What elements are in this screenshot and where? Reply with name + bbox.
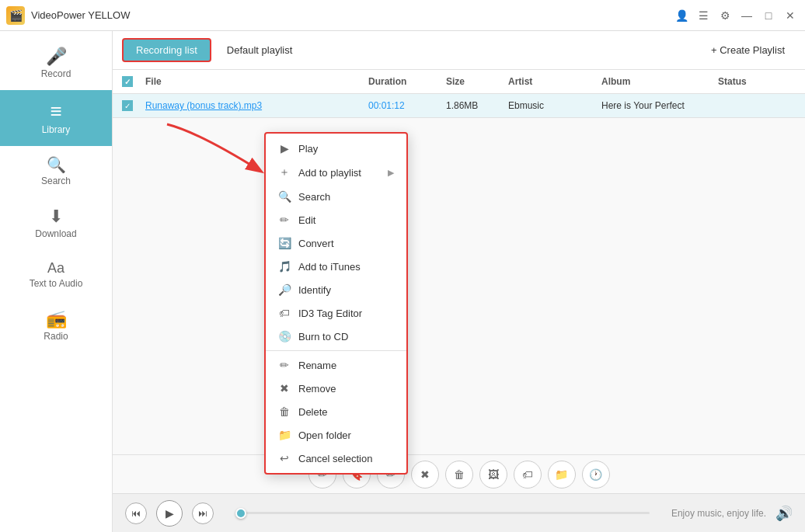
toolbar-label-button[interactable]: 🏷 xyxy=(514,461,542,489)
search-icon: 🔍 xyxy=(47,157,66,172)
tab-recording-list[interactable]: Recording list xyxy=(122,38,211,62)
burn-icon: 💿 xyxy=(278,330,291,342)
row-file-name[interactable]: Runaway (bonus track).mp3 xyxy=(145,100,368,111)
next-button[interactable]: ⏭ xyxy=(192,502,214,524)
player-bar: ⏮ ▶ ⏭ Enjoy music, enjoy life. 🔊 xyxy=(113,493,805,532)
add-icon: ＋ xyxy=(278,165,291,179)
row-artist: Ebmusic xyxy=(508,100,601,111)
sidebar-item-record[interactable]: 🎤 Record xyxy=(0,37,112,90)
menu-item-play[interactable]: ▶ Play xyxy=(266,137,406,160)
minimize-icon[interactable]: — xyxy=(738,7,755,24)
create-playlist-button[interactable]: + Create Playlist xyxy=(700,40,796,61)
record-icon: 🎤 xyxy=(46,48,67,65)
tab-default-playlist[interactable]: Default playlist xyxy=(214,40,305,61)
menu-separator xyxy=(266,350,406,351)
sidebar-item-download[interactable]: ⬇ Download xyxy=(0,197,112,250)
library-icon: ≡ xyxy=(50,101,61,121)
sidebar-label-record: Record xyxy=(41,68,71,79)
sidebar: 🎤 Record ≡ Library 🔍 Search ⬇ Download A… xyxy=(0,31,113,532)
sidebar-item-radio[interactable]: 📻 Radio xyxy=(0,300,112,353)
sidebar-label-text-to-audio: Text to Audio xyxy=(30,278,83,289)
context-menu: ▶ Play ＋ Add to playlist ▶ 🔍 Search ✏ Ed… xyxy=(264,132,408,475)
toolbar-clock-button[interactable]: 🕐 xyxy=(582,461,610,489)
toolbar-folder-button[interactable]: 📁 xyxy=(548,461,576,489)
header-checkbox-cell: ✓ xyxy=(122,76,145,87)
radio-icon: 📻 xyxy=(46,311,67,328)
tab-bar: Recording list Default playlist + Create… xyxy=(113,31,805,70)
row-duration: 00:01:12 xyxy=(368,100,446,111)
menu-item-remove[interactable]: ✖ Remove xyxy=(266,377,406,400)
menu-icon[interactable]: ☰ xyxy=(695,7,712,24)
row-checkbox[interactable]: ✓ xyxy=(122,100,133,111)
player-status-text: Enjoy music, enjoy life. xyxy=(671,508,766,519)
menu-item-rename[interactable]: ✏ Rename xyxy=(266,353,406,377)
header-duration: Duration xyxy=(368,76,446,87)
download-icon: ⬇ xyxy=(49,208,63,225)
close-icon[interactable]: ✕ xyxy=(782,7,799,24)
sidebar-item-library[interactable]: ≡ Library xyxy=(0,90,112,146)
id3-icon: 🏷 xyxy=(278,307,291,319)
maximize-icon[interactable]: □ xyxy=(760,7,777,24)
row-album: Here is Your Perfect xyxy=(601,100,718,111)
menu-item-identify[interactable]: 🔎 Identify xyxy=(266,278,406,301)
rename-icon: ✏ xyxy=(278,359,291,371)
play-button[interactable]: ▶ xyxy=(156,500,183,527)
identify-icon: 🔎 xyxy=(278,283,291,296)
itunes-icon: 🎵 xyxy=(278,260,291,273)
menu-item-add-to-playlist[interactable]: ＋ Add to playlist ▶ xyxy=(266,160,406,185)
remove-icon: ✖ xyxy=(278,382,291,395)
table-header: ✓ File Duration Size Artist Album Status xyxy=(113,70,805,94)
header-artist: Artist xyxy=(508,76,601,87)
row-checkbox-cell: ✓ xyxy=(122,100,145,111)
menu-item-cancel-selection[interactable]: ↩ Cancel selection xyxy=(266,447,406,470)
menu-item-search[interactable]: 🔍 Search xyxy=(266,185,406,208)
window-controls: 👤 ☰ ⚙ — □ ✕ xyxy=(673,7,799,24)
settings-icon[interactable]: ⚙ xyxy=(716,7,734,24)
menu-item-burn-to-cd[interactable]: 💿 Burn to CD xyxy=(266,325,406,348)
header-status: Status xyxy=(718,76,796,87)
convert-icon: 🔄 xyxy=(278,237,291,249)
sidebar-label-library: Library xyxy=(42,124,71,135)
delete-icon: 🗑 xyxy=(278,405,291,418)
progress-bar[interactable] xyxy=(235,512,650,514)
header-album: Album xyxy=(601,76,718,87)
toolbar-image-button[interactable]: 🖼 xyxy=(479,461,507,489)
select-all-checkbox[interactable]: ✓ xyxy=(122,76,133,87)
row-size: 1.86MB xyxy=(446,100,508,111)
sidebar-item-text-to-audio[interactable]: Aa Text to Audio xyxy=(0,250,112,300)
edit-icon: ✏ xyxy=(278,214,291,226)
toolbar-delete-button[interactable]: 🗑 xyxy=(445,461,473,489)
app-title: VideoPower YELLOW xyxy=(31,9,673,21)
sidebar-label-radio: Radio xyxy=(44,331,68,342)
play-icon: ▶ xyxy=(278,142,291,155)
menu-item-edit[interactable]: ✏ Edit xyxy=(266,208,406,231)
sidebar-item-search[interactable]: 🔍 Search xyxy=(0,146,112,197)
submenu-arrow-icon: ▶ xyxy=(388,168,394,178)
table-row: ✓ Runaway (bonus track).mp3 00:01:12 1.8… xyxy=(113,94,805,118)
text-to-audio-icon: Aa xyxy=(47,261,64,275)
sidebar-label-search: Search xyxy=(41,176,71,186)
user-icon[interactable]: 👤 xyxy=(673,7,690,24)
menu-item-add-to-itunes[interactable]: 🎵 Add to iTunes xyxy=(266,255,406,278)
title-bar: 🎬 VideoPower YELLOW 👤 ☰ ⚙ — □ ✕ xyxy=(0,0,805,31)
folder-icon: 📁 xyxy=(278,429,291,441)
menu-item-id3-tag-editor[interactable]: 🏷 ID3 Tag Editor xyxy=(266,301,406,325)
search-menu-icon: 🔍 xyxy=(278,190,291,203)
header-size: Size xyxy=(446,76,508,87)
header-file: File xyxy=(145,76,368,87)
bottom-toolbar: ✏ 🔖 ✏ ✖ 🗑 🖼 🏷 📁 🕐 xyxy=(113,454,805,493)
cancel-icon: ↩ xyxy=(278,452,291,464)
volume-icon[interactable]: 🔊 xyxy=(775,505,793,522)
progress-thumb[interactable] xyxy=(235,508,246,519)
menu-item-open-folder[interactable]: 📁 Open folder xyxy=(266,423,406,447)
menu-item-delete[interactable]: 🗑 Delete xyxy=(266,400,406,423)
toolbar-close-button[interactable]: ✖ xyxy=(411,461,439,489)
app-logo: 🎬 xyxy=(6,6,25,25)
menu-item-convert[interactable]: 🔄 Convert xyxy=(266,231,406,255)
sidebar-label-download: Download xyxy=(35,228,76,239)
prev-button[interactable]: ⏮ xyxy=(125,502,147,524)
app-layout: 🎤 Record ≡ Library 🔍 Search ⬇ Download A… xyxy=(0,31,805,532)
